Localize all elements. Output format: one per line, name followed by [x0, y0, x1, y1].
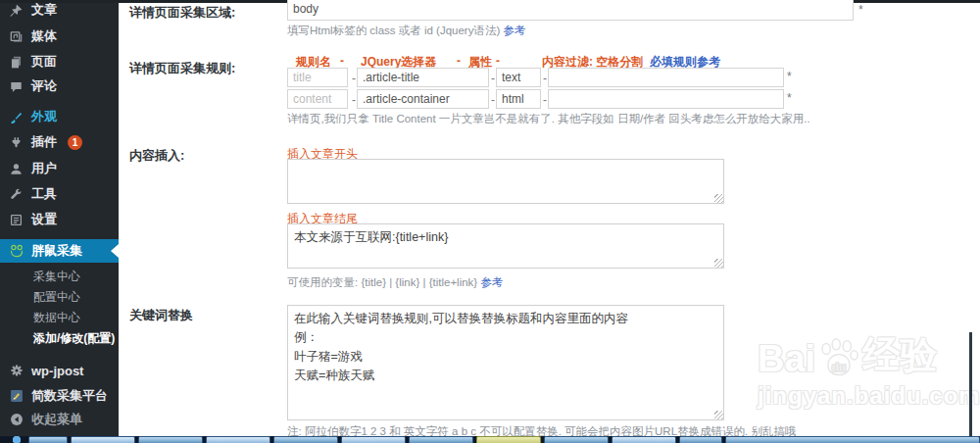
media-icon — [9, 29, 24, 44]
svg-text:du: du — [832, 361, 847, 374]
rule-row: - - - * — [287, 89, 807, 110]
field-label-content-insert: 内容插入: — [129, 147, 184, 165]
sidebar-item-wp-jpost[interactable]: wp-jpost — [0, 358, 119, 383]
screen: 文章 媒体 页面 评论 外观 — [0, 0, 980, 443]
rule-attr-input[interactable] — [496, 68, 541, 87]
sidebar-item-posts[interactable]: 文章 — [0, 0, 119, 23]
required-asterisk: * — [787, 91, 792, 105]
taskbar-window-button-active[interactable] — [476, 436, 541, 443]
settings-icon — [9, 213, 24, 227]
insert-tail-textarea[interactable]: 本文来源于互联网:{title+link} — [287, 223, 724, 269]
watermark-brand: Bai du 经验 — [758, 330, 980, 380]
taskbar-window-button[interactable] — [28, 436, 68, 443]
rules-header-sep: - — [457, 54, 461, 68]
sidebar-item-comments[interactable]: 评论 — [0, 74, 119, 99]
admin-sidebar: 文章 媒体 页面 评论 外观 — [0, 3, 119, 436]
watermark-brand-prefix: Bai — [758, 338, 815, 380]
submenu-label: 数据中心 — [33, 310, 80, 326]
taskbar-window-button[interactable] — [544, 436, 609, 443]
sidebar-item-collapse-menu[interactable]: 收起菜单 — [0, 407, 119, 432]
start-orb[interactable] — [8, 436, 25, 443]
sidebar-item-appearance[interactable]: 外观 — [0, 104, 119, 129]
frog-icon — [9, 244, 24, 259]
rule-name-input[interactable] — [287, 68, 348, 87]
baidu-jingyan-watermark: Bai du 经验 jingyan.baidu.com — [758, 330, 980, 410]
sidebar-item-jianshu-platform[interactable]: 简数采集平台 — [0, 383, 119, 409]
sidebar-item-label: 用户 — [31, 160, 57, 177]
sidebar-item-label: 外观 — [31, 108, 57, 125]
rule-selector-input[interactable] — [357, 68, 489, 87]
sidebar-item-pages[interactable]: 页面 — [0, 49, 119, 74]
sidebar-item-pangshu-collector[interactable]: 胖鼠采集 — [0, 239, 119, 263]
gear-icon — [9, 364, 24, 378]
submenu-item-collect-center[interactable]: 采集中心 — [0, 267, 119, 287]
taskbar-window-button[interactable] — [409, 436, 473, 443]
rule-separator: - — [491, 72, 495, 85]
resize-grip[interactable] — [714, 259, 723, 268]
rules-header-sep: - — [496, 54, 500, 68]
taskbar-window-button[interactable] — [341, 436, 406, 443]
watermark-brand-cn: 经验 — [862, 330, 937, 380]
submenu-item-add-modify-config[interactable]: 添加/修改(配置) — [0, 328, 119, 349]
taskbar-window-button[interactable] — [612, 436, 676, 443]
rule-filter-input[interactable] — [548, 68, 784, 87]
vars-help-text: 可使用的变量: {title} | {link} | {title+link} — [287, 276, 477, 288]
taskbar-window-button[interactable] — [725, 436, 980, 443]
region-help-link[interactable]: 参考 — [503, 25, 525, 36]
taskbar-window-button[interactable] — [679, 436, 722, 443]
wrench-icon — [9, 187, 24, 202]
sidebar-item-users[interactable]: 用户 — [0, 156, 119, 181]
rule-separator: - — [543, 93, 547, 107]
sidebar-item-label: 页面 — [31, 53, 57, 71]
taskbar-window-button[interactable] — [138, 436, 203, 443]
plugin-update-badge: 1 — [68, 135, 82, 150]
sidebar-item-media[interactable]: 媒体 — [0, 24, 119, 49]
sidebar-item-plugins[interactable]: 插件 1 — [0, 129, 119, 155]
rule-selector-input[interactable] — [357, 89, 489, 109]
collapse-icon — [9, 413, 24, 427]
insert-head-textarea[interactable] — [287, 159, 724, 204]
vars-help: 可使用的变量: {title} | {link} | {title+link} … — [287, 275, 503, 290]
watermark-site: jingyan.baidu.com — [758, 382, 980, 410]
comment-icon — [9, 79, 24, 94]
rules-note: 详情页,我们只拿 Title Content 一片文章岂不是就有了. 其他字段如… — [287, 112, 810, 126]
collect-icon — [9, 389, 24, 404]
required-asterisk: * — [787, 70, 792, 83]
submenu-item-config-center[interactable]: 配置中心 — [0, 287, 119, 308]
sidebar-item-label: 工具 — [31, 185, 57, 203]
sidebar-item-label: 设置 — [31, 211, 57, 228]
submenu-item-data-center[interactable]: 数据中心 — [0, 308, 119, 328]
settings-form: 详情页面采集区域: * 填写Html标签的 class 或者 id (Jquer… — [119, 3, 980, 436]
plugin-icon — [9, 135, 24, 150]
rule-separator: - — [491, 93, 495, 107]
pages-icon — [9, 55, 24, 70]
rule-filter-input[interactable] — [548, 89, 784, 109]
field-label-keyword-replace: 关键词替换 — [129, 307, 193, 324]
sidebar-item-tools[interactable]: 工具 — [0, 181, 119, 207]
field-label-detail-rules: 详情页面采集规则: — [129, 60, 235, 77]
keyword-replace-textarea[interactable]: 在此输入关键词替换规则,可以替换替换标题和内容里面的内容 例： 叶子猪=游戏 天… — [287, 305, 724, 420]
detail-region-input[interactable] — [287, 0, 854, 21]
sidebar-item-settings[interactable]: 设置 — [0, 207, 119, 232]
sidebar-item-label: 插件 — [31, 133, 57, 151]
resize-grip[interactable] — [714, 194, 723, 203]
taskbar — [0, 436, 980, 443]
sidebar-item-label: 收起菜单 — [31, 411, 82, 428]
rule-separator: - — [352, 93, 356, 107]
user-icon — [9, 162, 24, 176]
taskbar-window-button[interactable] — [273, 436, 338, 443]
taskbar-window-button[interactable] — [71, 436, 135, 443]
sidebar-item-label: 文章 — [31, 1, 57, 19]
rules-header-sep: - — [340, 54, 344, 68]
vars-help-link[interactable]: 参考 — [480, 276, 503, 288]
paw-icon: du — [817, 337, 860, 380]
sidebar-item-label: 简数采集平台 — [31, 387, 108, 405]
rule-separator: - — [352, 72, 356, 85]
resize-grip[interactable] — [714, 411, 723, 419]
rule-name-input[interactable] — [287, 89, 348, 109]
window-edge-fragment — [969, 332, 972, 436]
pin-icon — [9, 3, 24, 18]
taskbar-window-button[interactable] — [206, 436, 270, 443]
rule-attr-input[interactable] — [496, 89, 541, 109]
required-asterisk: * — [858, 3, 863, 17]
